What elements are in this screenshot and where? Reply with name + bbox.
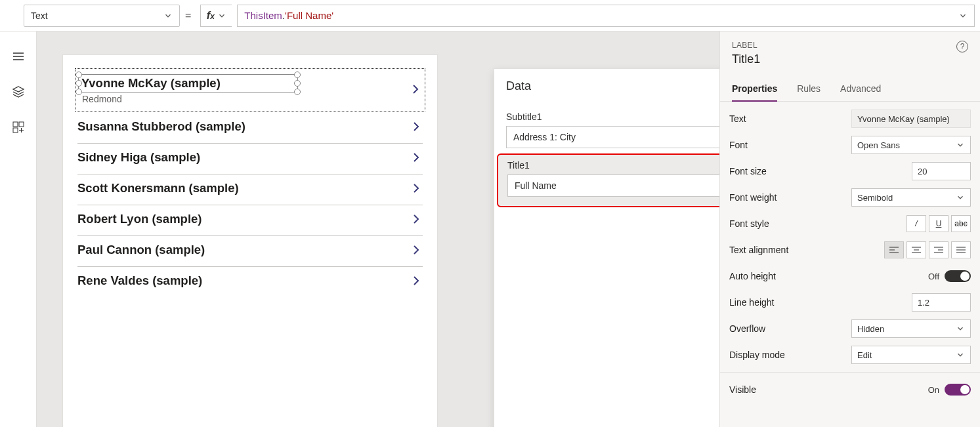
properties-pane: LABEL Title1 ? Properties Rules Advanced… xyxy=(719,31,980,427)
chevron-down-icon xyxy=(956,140,965,150)
align-left-button[interactable] xyxy=(884,241,904,258)
gallery-item[interactable]: Sidney Higa (sample) xyxy=(77,144,423,174)
align-right-button[interactable] xyxy=(929,241,948,258)
chevron-down-icon xyxy=(956,350,965,359)
chevron-right-icon[interactable] xyxy=(410,182,423,195)
chevron-right-icon[interactable] xyxy=(410,274,423,287)
properties-tabs: Properties Rules Advanced xyxy=(720,78,980,102)
data-pane: Data Subtitle1 Address 1: City Title1 Fu… xyxy=(494,68,719,427)
control-type-label: LABEL xyxy=(732,41,760,50)
formula-token-property: 'Full Name' xyxy=(285,10,333,21)
layers-icon[interactable] xyxy=(12,85,25,98)
gallery-item[interactable]: Robert Lyon (sample) xyxy=(77,205,423,236)
font-select[interactable]: Open Sans xyxy=(851,136,971,154)
align-center-button[interactable] xyxy=(906,241,926,258)
insert-icon[interactable] xyxy=(12,121,25,134)
gallery[interactable]: Yvonne McKay (sample) Redmond Susanna St… xyxy=(63,55,437,297)
row-subtitle: Redmond xyxy=(78,94,298,104)
tab-rules[interactable]: Rules xyxy=(797,78,820,101)
formula-input[interactable]: ThisItem.'Full Name' xyxy=(237,5,975,27)
chevron-down-icon xyxy=(956,324,965,333)
property-selector[interactable]: Text xyxy=(24,5,180,27)
overflow-select[interactable]: Hidden xyxy=(851,319,971,338)
title-field-label: Title1 xyxy=(507,160,719,171)
subtitle-field-select[interactable]: Address 1: City xyxy=(506,126,719,148)
font-size-input[interactable]: 20 xyxy=(912,162,971,180)
formula-token-object: ThisItem xyxy=(244,10,282,21)
tab-advanced[interactable]: Advanced xyxy=(840,78,881,101)
control-name-label: Title1 xyxy=(732,52,760,66)
font-weight-select[interactable]: Semibold xyxy=(851,188,971,207)
svg-rect-1 xyxy=(19,122,24,127)
text-value[interactable]: Yvonne McKay (sample) xyxy=(851,110,971,128)
display-mode-select[interactable]: Edit xyxy=(851,346,971,364)
left-rail xyxy=(0,31,37,427)
chevron-right-icon[interactable] xyxy=(409,83,422,96)
property-selector-value: Text xyxy=(31,10,48,21)
data-pane-title: Data xyxy=(506,79,531,93)
title-field-select[interactable]: Full Name xyxy=(507,174,719,197)
chevron-down-icon xyxy=(163,11,173,20)
help-icon[interactable]: ? xyxy=(956,41,968,52)
selected-title-control[interactable]: Yvonne McKay (sample) xyxy=(78,74,298,92)
visible-toggle[interactable] xyxy=(945,384,971,396)
chevron-down-icon xyxy=(958,11,968,20)
svg-rect-2 xyxy=(13,128,18,132)
equals-sign: = xyxy=(185,10,191,22)
gallery-item[interactable]: Susanna Stubberod (sample) xyxy=(77,113,423,144)
chevron-right-icon[interactable] xyxy=(410,213,423,226)
svg-rect-0 xyxy=(13,122,18,127)
chevron-down-icon xyxy=(956,193,965,202)
chevron-down-icon xyxy=(217,11,226,20)
formula-bar: Text = fx ThisItem.'Full Name' xyxy=(0,0,980,31)
row-title: Yvonne McKay (sample) xyxy=(81,76,295,91)
align-justify-button[interactable] xyxy=(951,241,971,258)
strikethrough-button[interactable]: abc xyxy=(951,215,971,232)
underline-button[interactable]: U xyxy=(929,215,948,232)
canvas-area[interactable]: Yvonne McKay (sample) Redmond Susanna St… xyxy=(37,31,719,427)
line-height-input[interactable]: 1.2 xyxy=(912,293,971,312)
gallery-item[interactable]: Paul Cannon (sample) xyxy=(77,236,423,267)
gallery-item[interactable]: Scott Konersmann (sample) xyxy=(77,174,423,205)
subtitle-field-label: Subtitle1 xyxy=(506,112,719,122)
app-canvas[interactable]: Yvonne McKay (sample) Redmond Susanna St… xyxy=(63,55,437,427)
hamburger-icon[interactable] xyxy=(12,50,25,63)
chevron-right-icon[interactable] xyxy=(410,243,423,256)
fx-button[interactable]: fx xyxy=(200,5,232,27)
italic-button[interactable]: / xyxy=(906,215,926,232)
gallery-item[interactable]: Rene Valdes (sample) xyxy=(77,267,423,297)
gallery-template-item[interactable]: Yvonne McKay (sample) Redmond xyxy=(75,68,425,112)
tab-properties[interactable]: Properties xyxy=(732,78,777,102)
title-field-highlight: Title1 Full Name xyxy=(497,153,719,207)
chevron-right-icon[interactable] xyxy=(410,120,423,133)
auto-height-toggle[interactable] xyxy=(945,270,971,282)
chevron-right-icon[interactable] xyxy=(410,151,423,164)
